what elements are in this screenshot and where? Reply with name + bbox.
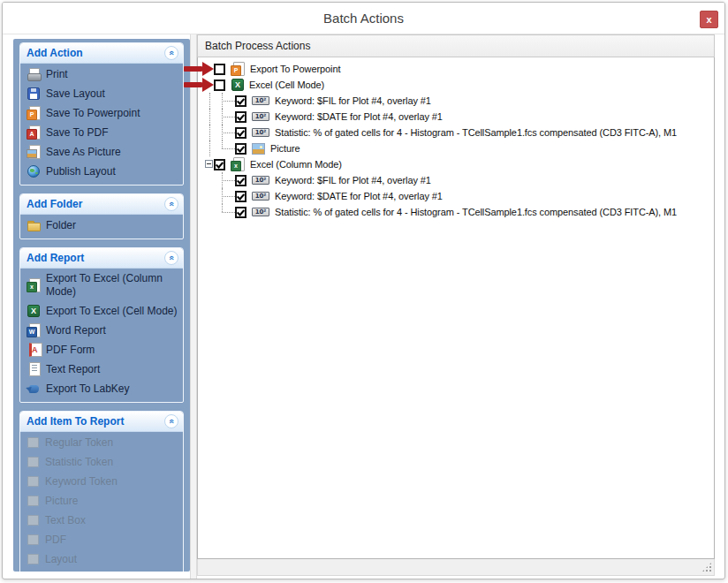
sidebar-panel-add-report: Add ReportExport To Excel (Column Mode)E… xyxy=(19,247,184,403)
tree-gutter xyxy=(201,140,214,156)
sidebar-item-label: Publish Layout xyxy=(46,165,179,178)
collapse-button[interactable] xyxy=(164,197,178,211)
chevron-up-icon xyxy=(167,419,176,424)
collapse-button[interactable] xyxy=(164,46,178,60)
sidebar-item-text-report[interactable]: Text Report xyxy=(20,360,183,378)
checkbox[interactable] xyxy=(235,127,246,139)
sidebar-item-export-to-excel-cell-mode[interactable]: Export To Excel (Cell Mode) xyxy=(20,302,183,320)
sidebar-item-save-to-pdf[interactable]: Save To PDF xyxy=(20,124,183,141)
sidebar-item-print[interactable]: Print xyxy=(20,65,183,83)
checkbox[interactable] xyxy=(235,111,246,123)
batch-actions-tree: Export To PowerpointExcel (Cell Mode)10²… xyxy=(197,57,715,559)
floppy-icon xyxy=(27,87,40,100)
sidebar-item-label: Export To LabKey xyxy=(46,382,179,396)
tree-gutter xyxy=(201,93,214,109)
sidebar-item-save-layout[interactable]: Save Layout xyxy=(20,85,183,102)
tree-line xyxy=(209,125,210,140)
expander-minus-icon[interactable] xyxy=(205,160,213,168)
sidebar-item-label: Statistic Token xyxy=(45,456,179,469)
tree-item-label[interactable]: Statistic: % of gated cells for 4 - Hist… xyxy=(275,127,684,138)
tree-line xyxy=(209,140,210,156)
kw-icon: 10² xyxy=(252,96,269,105)
text-report-icon xyxy=(27,362,41,376)
tree-item-label[interactable]: Keyword: $FIL for Plot #4, overlay #1 xyxy=(275,95,438,106)
sidebar-item-layout: Layout xyxy=(20,550,183,568)
statusbar xyxy=(197,559,715,576)
checkbox[interactable] xyxy=(235,175,246,186)
tree-row[interactable]: 10²Keyword: $FIL for Plot #4, overlay #1 xyxy=(201,93,714,109)
sidebar-panel-add-item-to-report: Add Item To ReportRegular TokenStatistic… xyxy=(19,411,184,572)
sidebar-item-text-box: Text Box xyxy=(20,511,183,529)
tree-item-label[interactable]: Keyword: $DATE for Plot #4, overlay #1 xyxy=(275,191,450,201)
chevron-up-icon xyxy=(167,255,176,261)
doc-pdf-icon xyxy=(27,125,41,140)
tree-item-label[interactable]: Excel (Cell Mode) xyxy=(249,80,331,90)
panel-header: Add Report xyxy=(20,248,183,269)
batch-process-header: Batch Process Actions xyxy=(197,34,715,57)
doc-ppt-icon xyxy=(231,62,245,76)
tree-item-label[interactable]: Keyword: $DATE for Plot #4, overlay #1 xyxy=(275,111,450,122)
doc-word-icon xyxy=(27,323,41,337)
checkbox[interactable] xyxy=(235,207,246,218)
doc-ppt-icon xyxy=(27,106,41,120)
tree-row[interactable]: 10²Keyword: $DATE for Plot #4, overlay #… xyxy=(201,188,714,204)
tree-item-label[interactable]: Picture xyxy=(270,143,307,154)
tree-row[interactable]: Export To Powerpoint xyxy=(201,61,714,77)
tree-row[interactable]: Picture xyxy=(201,140,714,156)
tree-gutter xyxy=(201,172,214,188)
tree-item-label[interactable]: Statistic: % of gated cells for 4 - Hist… xyxy=(275,207,684,217)
sidebar: Add ActionPrintSave LayoutSave To Powerp… xyxy=(13,39,190,572)
sidebar-item-publish-layout[interactable]: Publish Layout xyxy=(20,163,183,180)
sidebar-item-label: Export To Excel (Column Mode) xyxy=(46,272,179,299)
sidebar-item-label: Save To PDF xyxy=(46,126,179,140)
tree-row[interactable]: Excel (Column Mode) xyxy=(201,156,714,172)
tree-row[interactable]: Excel (Cell Mode) xyxy=(201,77,714,93)
tree-gutter xyxy=(201,204,214,220)
checkbox[interactable] xyxy=(214,64,225,75)
resize-grip-icon[interactable] xyxy=(701,562,712,572)
sidebar-item-folder[interactable]: Folder xyxy=(20,216,183,234)
tree-row[interactable]: 10²Statistic: % of gated cells for 4 - H… xyxy=(201,204,714,220)
checkbox[interactable] xyxy=(235,95,246,107)
tree-item-label[interactable]: Keyword: $FIL for Plot #4, overlay #1 xyxy=(275,175,438,186)
kw-icon: 10² xyxy=(252,128,269,137)
collapse-button[interactable] xyxy=(164,251,178,265)
token-icon xyxy=(27,457,39,467)
sidebar-item-label: Text Box xyxy=(45,514,179,527)
tree-connector xyxy=(214,188,235,204)
checkbox[interactable] xyxy=(235,143,246,155)
tree-item-label[interactable]: Export To Powerpoint xyxy=(250,64,347,74)
sidebar-item-word-report[interactable]: Word Report xyxy=(20,322,183,339)
sidebar-item-label: Layout xyxy=(45,553,179,566)
content-area: Add ActionPrintSave LayoutSave To Powerp… xyxy=(3,34,724,579)
sidebar-item-label: Picture xyxy=(45,495,179,508)
close-button[interactable]: x xyxy=(700,11,718,28)
sidebar-item-pdf-form[interactable]: PDF Form xyxy=(20,341,183,359)
tree-row[interactable]: 10²Keyword: $DATE for Plot #4, overlay #… xyxy=(201,109,714,125)
checkbox[interactable] xyxy=(214,159,225,170)
sidebar-item-export-to-labkey[interactable]: Export To LabKey xyxy=(20,380,183,398)
panel-header: Add Item To Report xyxy=(20,412,183,432)
batch-process-panel: Batch Process Actions Export To Powerpoi… xyxy=(197,34,715,576)
tree-row[interactable]: 10²Keyword: $FIL for Plot #4, overlay #1 xyxy=(201,172,714,188)
sidebar-item-save-as-picture[interactable]: Save As Picture xyxy=(20,143,183,161)
sidebar-item-regular-token: Regular Token xyxy=(20,434,183,451)
printer-icon xyxy=(27,67,41,81)
doc-excel-icon xyxy=(231,157,245,171)
tree-line xyxy=(209,93,210,109)
tree-row[interactable]: 10²Statistic: % of gated cells for 4 - H… xyxy=(201,125,714,140)
batch-actions-window: Batch Actions x Add ActionPrintSave Layo… xyxy=(2,2,725,579)
sidebar-item-label: PDF xyxy=(45,534,179,547)
panel-title: Add Folder xyxy=(27,198,82,210)
excel-icon xyxy=(27,305,40,317)
sidebar-item-save-to-powerpoint[interactable]: Save To Powerpoint xyxy=(20,104,183,122)
tree-gutter xyxy=(201,125,214,140)
checkbox[interactable] xyxy=(214,80,225,91)
splitter[interactable] xyxy=(190,34,197,579)
collapse-button[interactable] xyxy=(164,414,178,428)
checkbox[interactable] xyxy=(235,191,246,202)
layout-icon xyxy=(27,554,39,564)
sidebar-item-pdf: PDF xyxy=(20,531,183,549)
sidebar-item-export-to-excel-column-mode[interactable]: Export To Excel (Column Mode) xyxy=(20,270,183,300)
tree-item-label[interactable]: Excel (Column Mode) xyxy=(250,159,349,170)
